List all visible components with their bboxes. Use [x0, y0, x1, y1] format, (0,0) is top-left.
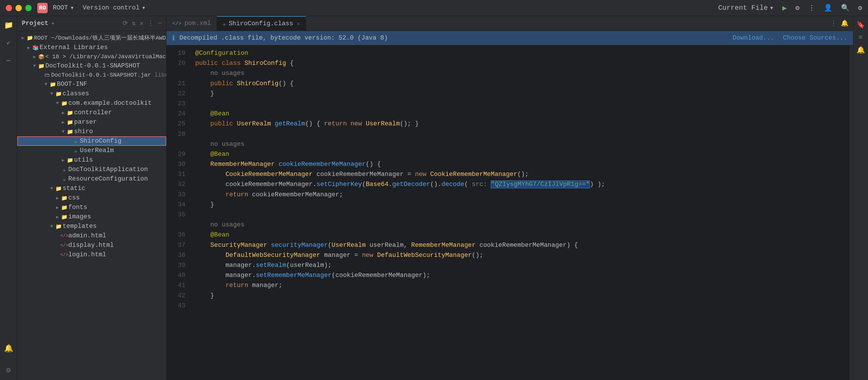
- tree-parser[interactable]: ▶ 📁 parser: [17, 117, 166, 127]
- maximize-button[interactable]: [25, 5, 32, 11]
- jar-icon: 🗃: [43, 72, 51, 78]
- tree-com-example[interactable]: ▼ 📁 com.example.doctoolkit: [17, 98, 166, 108]
- tree-item-label: controller: [74, 109, 112, 116]
- file-tree: ▶ 📁 ROOT ~/Downloads/铁人三项第一届长城杯半AWD/tomc…: [17, 31, 166, 380]
- notifications-icon[interactable]: 🔔: [841, 20, 848, 27]
- profile-icon[interactable]: 👤: [824, 4, 832, 12]
- tree-jdk[interactable]: ▶ 📦 < 18 > /Library/Java/JavaVirtualMach…: [17, 52, 166, 61]
- minimize-button[interactable]: [16, 5, 22, 11]
- version-control-selector[interactable]: Version control ▾: [83, 4, 146, 12]
- panel-more-icon[interactable]: ⋮: [148, 20, 154, 27]
- sidebar-folder-icon[interactable]: 📁: [2, 19, 15, 32]
- sidebar-tools-icon[interactable]: ⚙: [5, 364, 12, 377]
- info-banner: ℹ Decompiled .class file, bytecode versi…: [166, 31, 853, 45]
- arrow-icon: ▼: [49, 186, 55, 191]
- current-file-chevron-icon: ▾: [770, 4, 774, 12]
- tree-item-label: templates: [63, 223, 97, 230]
- tree-jar[interactable]: 🗃 DocToolkit-0.0.1-SNAPSHOT.jar library …: [17, 71, 166, 80]
- arrow-icon: ▼: [49, 224, 55, 229]
- panel-header: Project ▾ ⟳ ⇅ ✕ ⋮ —: [17, 16, 166, 31]
- tab-pom-xml[interactable]: </> pom.xml: [166, 16, 217, 31]
- folder-icon: 📁: [60, 214, 68, 220]
- tab-shiroconfig-class[interactable]: ☕ ShiroConfig.class ✕: [217, 16, 306, 31]
- scrollbar-track[interactable]: [849, 45, 853, 380]
- arrow-icon: ▶: [55, 195, 60, 201]
- tree-item-label: classes: [63, 90, 89, 97]
- arrow-icon: ▶: [32, 54, 37, 60]
- sidebar-commit-icon[interactable]: ✔: [5, 37, 12, 49]
- download-link[interactable]: Download...: [733, 34, 774, 42]
- tree-shiroconfig[interactable]: ☕ ShiroConfig: [17, 136, 166, 146]
- minimize-panel-icon[interactable]: —: [158, 20, 162, 27]
- tree-item-label: utils: [74, 156, 93, 164]
- sidebar-more-icon[interactable]: ⋯: [5, 54, 12, 67]
- arrow-icon: ▼: [55, 101, 60, 106]
- tree-item-label: < 18 > /Library/Java/JavaVirtualMachines…: [45, 53, 166, 60]
- tree-static[interactable]: ▼ 📁 static: [17, 184, 166, 193]
- run-button[interactable]: ▶: [782, 3, 787, 12]
- panel-header-icons: ⟳ ⇅ ✕ ⋮ —: [123, 20, 162, 27]
- arrow-icon: ▶: [60, 110, 66, 116]
- folder-icon: 📁: [66, 129, 74, 135]
- tree-css[interactable]: ▶ 📁 css: [17, 193, 166, 202]
- gear-icon[interactable]: ⚙: [795, 4, 799, 12]
- tree-admin-html[interactable]: </> admin.html: [17, 231, 166, 241]
- tree-shiro[interactable]: ▼ 📁 shiro: [17, 127, 166, 136]
- tree-external-libs[interactable]: ▶ 📚 External Libraries: [17, 43, 166, 52]
- panel-chevron-icon[interactable]: ▾: [51, 20, 55, 27]
- arrow-icon: ▶: [60, 119, 66, 125]
- tree-controller[interactable]: ▶ 📁 controller: [17, 108, 166, 117]
- tree-images[interactable]: ▶ 📁 images: [17, 212, 166, 222]
- tree-resource-config[interactable]: ☕ ResourceConfiguration: [17, 174, 166, 184]
- notif-icon[interactable]: 🔔: [857, 46, 865, 54]
- tree-item-label: admin.html: [68, 232, 106, 240]
- traffic-lights: [6, 5, 32, 11]
- close-panel-icon[interactable]: ✕: [140, 20, 144, 27]
- close-tab-icon[interactable]: ✕: [297, 21, 300, 27]
- refresh-icon[interactable]: ⟳: [123, 20, 128, 27]
- structure-icon[interactable]: ≡: [859, 34, 863, 41]
- tab-more-icon[interactable]: ⋮: [830, 20, 837, 27]
- sidebar-notifications-icon[interactable]: 🔔: [2, 342, 15, 355]
- tree-item-label: ROOT ~/Downloads/铁人三项第一届长城杯半AWD/tomcatEd…: [34, 34, 166, 42]
- tree-utils[interactable]: ▶ 📁 utils: [17, 155, 166, 165]
- tree-fonts[interactable]: ▶ 📁 fonts: [17, 202, 166, 212]
- tree-item-label: BOOT-INF: [57, 81, 87, 88]
- current-file-selector[interactable]: Current File ▾: [718, 4, 774, 12]
- java-class-icon: ☕: [72, 138, 80, 145]
- tree-display-html[interactable]: </> display.html: [17, 241, 166, 250]
- code-content[interactable]: @Configuration public class ShiroConfig …: [189, 45, 849, 380]
- sort-icon[interactable]: ⇅: [132, 20, 135, 27]
- line-numbers: 19 20 21 22 23 24 25 28 29 30 31 32 33 3…: [166, 45, 189, 380]
- bookmarks-icon[interactable]: 🔖: [857, 21, 865, 29]
- tree-item-label: DocToolkitApplication: [68, 166, 148, 173]
- info-text: Decompiled .class file, bytecode version…: [179, 34, 388, 42]
- tree-classes[interactable]: ▼ 📁 classes: [17, 89, 166, 98]
- tree-boot-inf[interactable]: ▼ 📁 BOOT-INF: [17, 80, 166, 89]
- tree-doctoolkit[interactable]: ▼ 📁 DocToolkit-0.0.1-SNAPSHOT: [17, 61, 166, 71]
- search-icon[interactable]: 🔍: [841, 4, 849, 12]
- tree-item-label: css: [68, 194, 80, 201]
- tree-item-label: parser: [74, 119, 97, 126]
- html-icon: </>: [60, 243, 68, 248]
- project-badge: RO: [37, 3, 48, 13]
- tree-login-html[interactable]: </> login.html: [17, 250, 166, 259]
- tree-templates[interactable]: ▼ 📁 templates: [17, 222, 166, 231]
- project-chevron-icon: ▾: [70, 4, 74, 12]
- settings-icon[interactable]: ⚙: [858, 4, 862, 12]
- tree-root[interactable]: ▶ 📁 ROOT ~/Downloads/铁人三项第一届长城杯半AWD/tomc…: [17, 33, 166, 43]
- current-file-label: Current File: [718, 4, 768, 12]
- tab-label: pom.xml: [184, 20, 211, 27]
- choose-sources-link[interactable]: Choose Sources...: [783, 34, 847, 42]
- tree-item-label: UserRealm: [80, 147, 114, 154]
- class-icon: ☕: [223, 21, 226, 27]
- arrow-icon: ▼: [43, 82, 49, 87]
- tree-doctoolkit-app[interactable]: ☕ DocToolkitApplication: [17, 165, 166, 174]
- tree-item-label: ResourceConfiguration: [68, 176, 148, 183]
- close-button[interactable]: [6, 5, 12, 11]
- more-icon[interactable]: ⋮: [808, 4, 815, 12]
- project-selector[interactable]: RO ROOT ▾: [37, 3, 74, 13]
- info-links: Download... Choose Sources...: [733, 34, 847, 42]
- code-editor: 19 20 21 22 23 24 25 28 29 30 31 32 33 3…: [166, 45, 853, 380]
- tree-userrealm[interactable]: ☕ UserRealm: [17, 146, 166, 155]
